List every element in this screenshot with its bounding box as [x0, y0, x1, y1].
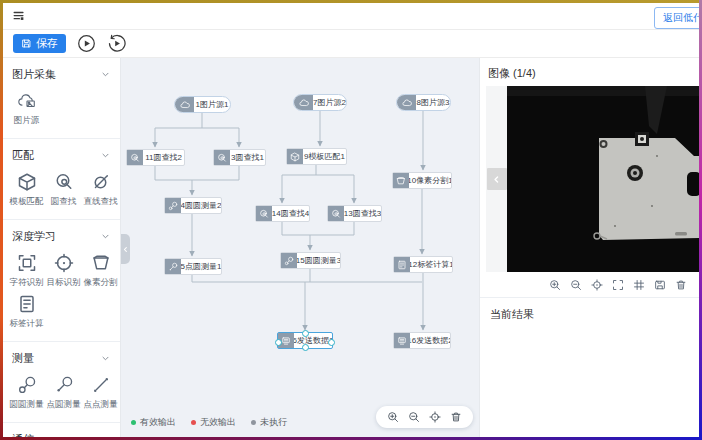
locate-icon[interactable] — [591, 279, 603, 291]
locate-icon[interactable] — [429, 411, 441, 423]
flow-node-14[interactable]: 14圆查找4 — [255, 205, 310, 222]
label-calc-icon — [397, 260, 407, 270]
zoom-in-icon[interactable] — [387, 411, 399, 423]
sidebar-item-line-find[interactable]: 直线查找 — [82, 172, 119, 208]
grid-icon[interactable] — [633, 279, 645, 291]
sidebar-section-header[interactable]: 深度学习 — [3, 220, 120, 249]
sidebar-item-label: 圆查找 — [51, 196, 77, 208]
flow-node-label: 7图片源2 — [313, 95, 346, 110]
flow-node-label: 15圆圆测量3 — [297, 253, 340, 268]
circle-find-icon — [331, 209, 341, 219]
sidebar-item-circle-find[interactable]: 圆查找 — [45, 172, 82, 208]
send-icon — [394, 333, 410, 348]
prev-image-button[interactable] — [487, 168, 507, 190]
flow-node-9[interactable]: 9模板匹配1 — [286, 148, 347, 165]
sidebar-item-point-circle-measure[interactable]: 点圆测量 — [45, 375, 82, 411]
segment-icon — [396, 176, 406, 186]
flow-node-12[interactable]: 12标签计算1 — [393, 256, 453, 273]
cloud-icon — [402, 98, 412, 108]
legend-label: 有效输出 — [140, 416, 176, 429]
line-find-icon — [91, 172, 111, 192]
fullscreen-icon[interactable] — [612, 279, 624, 291]
legend-dot — [251, 420, 256, 425]
sidebar-item-target[interactable]: 目标识别 — [45, 253, 82, 289]
node-port[interactable] — [328, 339, 335, 346]
cloud-icon — [175, 97, 194, 112]
zoom-in-icon[interactable] — [549, 279, 561, 291]
circle-find-icon — [217, 153, 227, 163]
sidebar-item-ocr[interactable]: 字符识别 — [8, 253, 45, 289]
menu-icon[interactable] — [12, 9, 26, 23]
canvas-zoom-toolbar — [376, 406, 473, 428]
sidebar-item-circle-circle-measure[interactable]: 圆圆测量 — [8, 375, 45, 411]
zoom-out-icon[interactable] — [570, 279, 582, 291]
sidebar-section-header[interactable]: 通信 — [3, 423, 120, 437]
flow-edges — [121, 58, 479, 437]
flow-node-label: 4圆圆测量2 — [181, 198, 221, 213]
sidebar-item-label: 模板匹配 — [10, 196, 44, 208]
cloud-icon — [299, 98, 309, 108]
sidebar-section-header[interactable]: 测量 — [3, 342, 120, 371]
circle-circle-measure-icon — [165, 198, 181, 213]
label-calc-icon — [17, 294, 37, 314]
flow-node-7[interactable]: 7图片源2 — [293, 94, 347, 111]
flow-edge — [282, 222, 310, 250]
flow-node-label: 13圆查找3 — [344, 206, 381, 221]
flow-canvas[interactable]: 1图片源17图片源28图片源311圆查找23圆查找19模板匹配110像素分割14… — [121, 58, 479, 437]
sidebar-item-label: 直线查找 — [84, 196, 118, 208]
circle-find-icon — [256, 206, 272, 221]
image-nav-strip — [486, 86, 507, 272]
node-port[interactable] — [302, 344, 309, 351]
back-to-lowcode-button[interactable]: 返回低代 — [654, 7, 699, 29]
chevron-down-icon — [101, 151, 110, 160]
sidebar-item-cube[interactable]: 模板匹配 — [8, 172, 45, 208]
sidebar-section-title: 测量 — [12, 351, 34, 366]
flow-node-label: 1图片源1 — [194, 97, 230, 112]
node-port[interactable] — [275, 339, 282, 346]
delete-icon[interactable] — [450, 411, 462, 423]
flow-node-3[interactable]: 3圆查找1 — [213, 149, 266, 166]
legend-dot — [191, 420, 196, 425]
image-pager-title: 图像 (1/4) — [480, 58, 699, 86]
flow-node-5[interactable]: 5点圆测量1 — [164, 258, 222, 275]
sidebar-item-label: 字符识别 — [10, 277, 44, 289]
image-toolbar — [480, 272, 699, 298]
run-icon[interactable] — [77, 34, 96, 53]
sidebar-tool-grid: 图片源 — [3, 87, 120, 138]
node-port[interactable] — [302, 330, 309, 337]
flow-node-1[interactable]: 1图片源1 — [174, 96, 231, 113]
sidebar-collapse-handle[interactable] — [121, 234, 130, 264]
sidebar-section-header[interactable]: 匹配 — [3, 139, 120, 168]
save-button[interactable]: 保存 — [13, 34, 66, 53]
flow-node-4[interactable]: 4圆圆测量2 — [164, 197, 222, 214]
flow-edge — [310, 222, 354, 235]
current-result-title: 当前结果 — [480, 298, 699, 331]
sidebar-item-cloud-image[interactable]: 图片源 — [8, 91, 45, 127]
flow-edge — [192, 166, 239, 180]
flow-node-16[interactable]: 16发送数据2 — [393, 332, 451, 349]
flow-node-label: 9模板匹配1 — [303, 149, 346, 164]
circle-circle-measure-icon — [168, 201, 178, 211]
flow-node-10[interactable]: 10像素分割1 — [392, 172, 452, 189]
delete-icon[interactable] — [675, 279, 687, 291]
flow-node-13[interactable]: 13圆查找3 — [327, 205, 382, 222]
window-border-top — [0, 0, 702, 3]
flow-node-6[interactable]: 6发送数据1 — [277, 332, 333, 349]
sidebar-item-label-calc[interactable]: 标签计算 — [8, 294, 45, 330]
flow-node-15[interactable]: 15圆圆测量3 — [280, 252, 341, 269]
flow-edge — [155, 166, 192, 195]
run-once-icon[interactable] — [107, 34, 126, 53]
sidebar-item-label: 像素分割 — [84, 277, 118, 289]
flow-node-label: 14圆查找4 — [272, 206, 309, 221]
cloud-image-icon — [17, 91, 37, 111]
flow-node-8[interactable]: 8图片源3 — [396, 94, 451, 111]
zoom-out-icon[interactable] — [408, 411, 420, 423]
save-image-icon[interactable] — [654, 279, 666, 291]
title-bar: 返回低代 — [3, 3, 699, 30]
flow-edge — [192, 275, 422, 282]
sidebar-item-segment[interactable]: 像素分割 — [82, 253, 119, 289]
flow-node-label: 5点圆测量1 — [181, 259, 221, 274]
sidebar-item-point-point-measure[interactable]: 点点测量 — [82, 375, 119, 411]
flow-node-11[interactable]: 11圆查找2 — [126, 149, 185, 166]
sidebar-section-header[interactable]: 图片采集 — [3, 58, 120, 87]
